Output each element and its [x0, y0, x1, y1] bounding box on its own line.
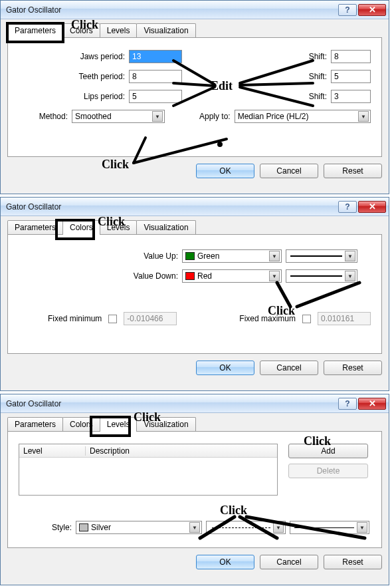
apply-to-select[interactable]: Median Price (HL/2) ▼ — [235, 110, 371, 123]
fixed-maximum-label: Fixed maximum — [239, 314, 296, 323]
titlebar[interactable]: Gator Oscillator ? ✕ — [1, 1, 389, 19]
teeth-shift-label: Shift: — [309, 72, 327, 81]
ok-button[interactable]: OK — [196, 164, 254, 178]
jaws-period-input[interactable] — [129, 50, 182, 63]
levels-list[interactable]: Level Description — [19, 444, 278, 496]
teeth-period-input[interactable] — [129, 70, 182, 83]
tab-visualization[interactable]: Visualization — [136, 417, 195, 431]
chevron-down-icon: ▼ — [357, 522, 367, 533]
lips-shift-input[interactable] — [331, 90, 371, 103]
reset-button[interactable]: Reset — [324, 555, 382, 569]
method-select[interactable]: Smoothed ▼ — [72, 110, 165, 123]
line-sample — [290, 255, 342, 257]
style-linewidth-select[interactable]: ▼ — [290, 521, 369, 534]
window-title: Gator Oscillator — [6, 399, 338, 408]
fixed-minimum-value — [124, 312, 177, 325]
reset-button[interactable]: Reset — [324, 164, 382, 178]
cancel-button[interactable]: Cancel — [260, 164, 318, 178]
apply-to-label: Apply to: — [199, 112, 231, 121]
tab-panel: Value Up: Green ▼ ▼ Value Down: Red ▼ — [7, 234, 382, 354]
teeth-shift-input[interactable] — [331, 70, 371, 83]
jaws-shift-label: Shift: — [309, 52, 327, 61]
color-swatch-green — [185, 252, 195, 260]
dialog-body: Parameters Colors Levels Visualization V… — [1, 216, 389, 382]
dialog-body: Parameters Colors Levels Visualization L… — [1, 413, 389, 576]
chevron-down-icon: ▼ — [269, 251, 280, 261]
style-color-select[interactable]: Silver ▼ — [76, 521, 202, 534]
dialog-body: Parameters Colors Levels Visualization J… — [1, 19, 389, 185]
style-label: Style: — [19, 523, 72, 532]
lips-shift-label: Shift: — [309, 92, 327, 101]
tab-parameters[interactable]: Parameters — [7, 23, 63, 38]
tab-parameters[interactable]: Parameters — [7, 220, 63, 234]
value-down-color-name: Red — [197, 271, 269, 281]
dialog-colors: Gator Oscillator ? ✕ Parameters Colors L… — [0, 197, 389, 391]
fixed-maximum-checkbox[interactable] — [302, 315, 311, 323]
fixed-minimum-label: Fixed minimum — [48, 314, 102, 323]
apply-to-value: Median Price (HL/2) — [238, 112, 358, 121]
tab-levels[interactable]: Levels — [100, 23, 138, 37]
value-up-linewidth-select[interactable]: ▼ — [286, 249, 357, 263]
cancel-button[interactable]: Cancel — [260, 361, 318, 375]
value-down-color-select[interactable]: Red ▼ — [182, 269, 282, 283]
close-button[interactable]: ✕ — [358, 201, 386, 213]
reset-button[interactable]: Reset — [324, 361, 382, 375]
fixed-maximum-value — [318, 312, 371, 325]
jaws-shift-input[interactable] — [331, 50, 371, 63]
tab-panel: Jaws period: Shift: Teeth period: Shift:… — [7, 37, 382, 157]
line-sample — [290, 275, 342, 277]
help-button[interactable]: ? — [338, 398, 357, 410]
list-header: Level Description — [19, 444, 277, 458]
tab-visualization[interactable]: Visualization — [136, 220, 195, 234]
delete-button[interactable]: Delete — [288, 464, 368, 478]
tab-colors[interactable]: Colors — [62, 23, 100, 37]
lips-period-input[interactable] — [129, 90, 182, 103]
tab-levels[interactable]: Levels — [100, 220, 138, 234]
tab-colors[interactable]: Colors — [62, 220, 100, 235]
ok-button[interactable]: OK — [196, 555, 254, 569]
chevron-down-icon: ▼ — [189, 522, 200, 533]
fixed-minimum-checkbox[interactable] — [108, 315, 117, 323]
chevron-down-icon: ▼ — [269, 271, 280, 281]
dialog-parameters: Gator Oscillator ? ✕ Parameters Colors L… — [0, 0, 389, 194]
close-button[interactable]: ✕ — [358, 398, 386, 410]
tab-colors[interactable]: Colors — [62, 417, 100, 431]
value-down-label: Value Down: — [19, 271, 178, 281]
value-up-label: Value Up: — [19, 251, 178, 261]
ok-button[interactable]: OK — [196, 361, 254, 375]
titlebar[interactable]: Gator Oscillator ? ✕ — [1, 394, 389, 413]
chevron-down-icon: ▼ — [152, 111, 163, 122]
col-description: Description — [86, 446, 277, 456]
titlebar[interactable]: Gator Oscillator ? ✕ — [1, 198, 389, 216]
cancel-button[interactable]: Cancel — [260, 555, 318, 569]
close-button[interactable]: ✕ — [358, 4, 386, 16]
style-color-name: Silver — [91, 523, 189, 532]
line-sample — [294, 527, 354, 528]
chevron-down-icon: ▼ — [345, 251, 355, 261]
window-title: Gator Oscillator — [6, 5, 338, 15]
tab-parameters[interactable]: Parameters — [7, 417, 63, 431]
color-swatch-silver — [79, 523, 88, 531]
col-level: Level — [19, 446, 86, 456]
tab-levels[interactable]: Levels — [100, 417, 138, 432]
value-up-color-select[interactable]: Green ▼ — [182, 249, 282, 263]
teeth-period-label: Teeth period: — [19, 72, 125, 81]
method-label: Method: — [19, 112, 68, 121]
help-button[interactable]: ? — [338, 201, 357, 213]
chevron-down-icon: ▼ — [273, 522, 284, 533]
tab-visualization[interactable]: Visualization — [136, 23, 195, 37]
method-value: Smoothed — [75, 112, 152, 121]
value-up-color-name: Green — [197, 251, 269, 261]
jaws-period-label: Jaws period: — [19, 52, 125, 61]
add-button[interactable]: Add — [288, 444, 368, 458]
dialog-levels: Gator Oscillator ? ✕ Parameters Colors L… — [0, 394, 389, 585]
tab-panel: Level Description Add Delete Style: Silv… — [7, 431, 382, 548]
value-down-linewidth-select[interactable]: ▼ — [286, 269, 357, 283]
color-swatch-red — [185, 272, 195, 280]
lips-period-label: Lips period: — [19, 92, 125, 101]
window-title: Gator Oscillator — [6, 202, 338, 212]
chevron-down-icon: ▼ — [345, 271, 355, 281]
style-linestyle-select[interactable]: ▼ — [206, 521, 286, 534]
chevron-down-icon: ▼ — [358, 111, 369, 122]
help-button[interactable]: ? — [338, 4, 357, 16]
